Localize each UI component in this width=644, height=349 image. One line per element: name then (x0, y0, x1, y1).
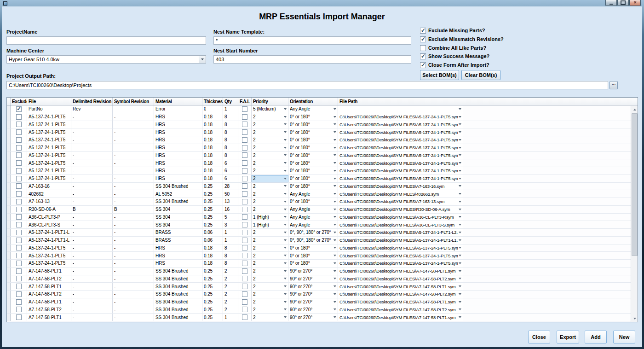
delimited-revision-cell[interactable]: - (71, 136, 113, 144)
fai-cell[interactable] (238, 190, 252, 198)
fai-cell[interactable] (238, 229, 252, 236)
file-cell[interactable]: A5-137-24-1-PLT5 (27, 144, 71, 151)
exclude-checkbox[interactable] (16, 176, 22, 181)
orientation-cell[interactable]: Any Angle (288, 190, 338, 198)
file-cell[interactable]: A7-147-58-PLT1 (27, 268, 71, 275)
delimited-revision-cell[interactable]: - (71, 183, 113, 190)
exclude-checkbox[interactable] (16, 238, 22, 243)
table-row[interactable]: A5-137-24-1-PLT5--HRS0.18820° or 180°C:\… (7, 144, 631, 152)
thickness-cell[interactable]: 0.18 (202, 175, 223, 182)
orientation-cell[interactable]: 90° or 270° (288, 306, 338, 314)
symbol-revision-cell[interactable]: - (113, 268, 154, 275)
fai-checkbox[interactable] (242, 145, 247, 151)
table-row[interactable]: A5-137-24-1-PLT5--HRS0.18820° or 180°C:\… (7, 260, 631, 268)
thickness-cell[interactable]: 0.25 (202, 268, 223, 275)
exclude-cell[interactable] (11, 221, 27, 228)
table-row[interactable]: A36-CL-PLT3-S--SS 3040.2531 (High)Any An… (7, 221, 631, 229)
exclude-cell[interactable] (11, 244, 27, 252)
priority-cell[interactable]: 2 (252, 244, 288, 252)
fai-checkbox[interactable] (242, 238, 247, 243)
orientation-cell[interactable]: Any Angle (288, 214, 338, 221)
table-row[interactable]: A7-147-58-PLT1--SS 304 Brushed0.251290° … (7, 314, 631, 321)
close-window-button[interactable] (629, 0, 641, 6)
material-cell[interactable]: SS 304 Brushed (154, 268, 202, 275)
fai-cell[interactable] (238, 291, 252, 298)
qty-cell[interactable]: 8 (223, 244, 238, 252)
orientation-cell[interactable]: 90° or 270° (288, 291, 338, 298)
project-name-input[interactable] (6, 36, 206, 45)
table-row[interactable]: A5-137-24-1-PLT5--HRS0.18820° or 180°C:\… (7, 152, 631, 160)
fai-checkbox[interactable] (242, 307, 247, 312)
thickness-cell[interactable]: 0.25 (202, 214, 223, 221)
file-cell[interactable]: A7-147-58-PLT2 (27, 306, 71, 314)
thickness-cell[interactable]: 0.18 (202, 260, 223, 267)
table-row[interactable]: A7-147-58-PLT1--SS 304 Brushed0.252290° … (7, 283, 631, 291)
thickness-cell[interactable]: 0.25 (202, 190, 223, 198)
delimited-revision-cell[interactable]: - (71, 275, 113, 283)
thickness-cell[interactable]: 0.25 (202, 306, 223, 314)
exclude-checkbox[interactable] (16, 160, 22, 166)
fai-checkbox[interactable] (242, 214, 247, 220)
exclude-cell[interactable] (11, 291, 27, 298)
orientation-cell[interactable]: Any Angle (288, 105, 338, 113)
material-cell[interactable]: AL 5052 (154, 190, 202, 198)
symbol-revision-cell[interactable]: - (113, 260, 154, 267)
delimited-revision-cell[interactable]: - (71, 291, 113, 298)
exclude-cell[interactable] (11, 159, 27, 167)
symbol-revision-cell[interactable]: - (113, 306, 154, 314)
exclude-checkbox[interactable] (16, 199, 22, 204)
file-cell[interactable]: A5-137-24-1-PLT5 (27, 128, 71, 136)
thickness-cell[interactable]: 0.18 (202, 136, 223, 144)
thickness-cell[interactable]: 0.18 (202, 144, 223, 151)
exclude-cell[interactable] (11, 105, 27, 113)
delimited-revision-cell[interactable]: - (71, 175, 113, 182)
select-bom-button[interactable]: Select BOM(s) (420, 70, 459, 80)
fai-checkbox[interactable] (242, 114, 247, 120)
table-row[interactable]: A7-163-13--SS 304 Brushed0.251320° or 18… (7, 198, 631, 206)
priority-cell[interactable]: 2 (252, 198, 288, 205)
file-path-cell[interactable]: C:\Users\TCI00260\Desktop\SYM FILES\A5-1… (338, 113, 463, 121)
fai-cell[interactable] (238, 167, 252, 174)
orientation-cell[interactable]: 0°, 90°, 180° or 270° (288, 237, 338, 244)
delimited-revision-cell[interactable]: - (71, 159, 113, 167)
material-cell[interactable]: SS 304 Brushed (154, 283, 202, 290)
priority-cell[interactable]: 2 (252, 275, 288, 283)
material-cell[interactable]: SS 304 Brushed (154, 275, 202, 283)
exclude-cell[interactable] (11, 275, 27, 283)
priority-cell[interactable]: 2 (252, 283, 288, 290)
fai-cell[interactable] (238, 221, 252, 228)
priority-cell[interactable]: 2 (252, 128, 288, 136)
fai-cell[interactable] (238, 268, 252, 275)
table-row[interactable]: A5-137-24-1-PLT5--HRS0.18620° or 180°C:\… (7, 175, 631, 183)
orientation-cell[interactable]: 0° or 180° (288, 136, 338, 144)
file-path-cell[interactable]: C:\Users\TCI00260\Desktop\SYM FILES\A5-1… (338, 159, 463, 167)
delimited-revision-cell[interactable]: - (71, 221, 113, 228)
orientation-cell[interactable]: 0° or 180° (288, 152, 338, 159)
fai-checkbox[interactable] (242, 284, 247, 289)
material-cell[interactable]: HRS (154, 175, 202, 182)
file-cell[interactable]: A7-163-13 (27, 198, 71, 205)
material-cell[interactable]: SS 304 Brushed (154, 306, 202, 314)
orientation-cell[interactable]: 90° or 270° (288, 283, 338, 290)
file-path-cell[interactable]: C:\Users\TCI00260\Desktop\SYM FILES\A5-1… (338, 229, 463, 236)
material-cell[interactable]: SS 304 (154, 206, 202, 213)
fai-checkbox[interactable] (242, 137, 247, 143)
material-cell[interactable]: HRS (154, 113, 202, 121)
table-row[interactable]: A7-163-16--SS 304 Brushed0.252820° or 18… (7, 183, 631, 191)
exclude-cell[interactable] (11, 306, 27, 314)
exclude-cell[interactable] (11, 152, 27, 159)
column-header-qty[interactable]: Qty (223, 98, 238, 105)
file-cell[interactable]: A5-137-24-1-PLT5 (27, 244, 71, 252)
file-path-cell[interactable]: C:\Users\TCI00260\Desktop\SYM FILES\A5-1… (338, 175, 463, 182)
exclude-checkbox[interactable] (16, 299, 22, 305)
exclude-checkbox[interactable] (16, 168, 22, 174)
thickness-cell[interactable]: 0.18 (202, 152, 223, 159)
qty-cell[interactable]: 6 (223, 167, 238, 174)
delimited-revision-cell[interactable]: - (71, 237, 113, 244)
priority-cell[interactable]: 2 (252, 144, 288, 151)
qty-cell[interactable]: 1 (223, 105, 238, 113)
table-row[interactable]: A5-137-24-1-PLT1-L1--BRASS0.06120°, 90°,… (7, 237, 631, 244)
table-row[interactable]: 402662--AL 50520.25502Any AngleC:\Users\… (7, 190, 631, 198)
fai-cell[interactable] (238, 159, 252, 167)
fai-cell[interactable] (238, 144, 252, 151)
